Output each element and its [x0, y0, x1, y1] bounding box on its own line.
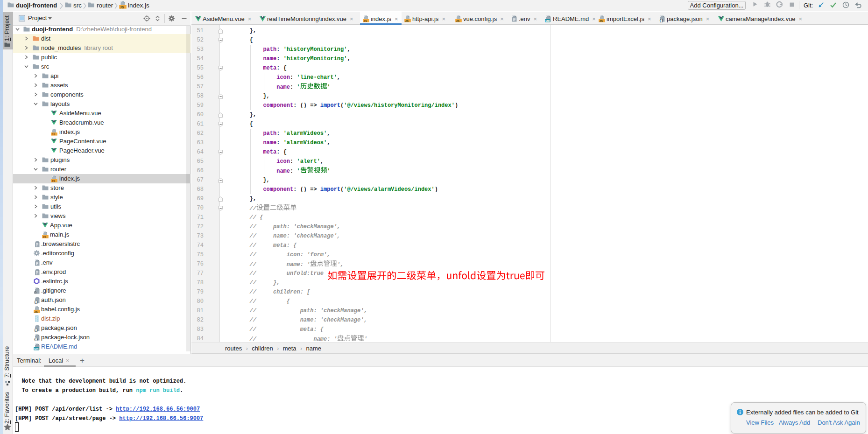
svg-text:JS: JS [35, 310, 38, 313]
svg-text:JS: JS [52, 133, 55, 136]
svg-text:JS: JS [405, 19, 409, 22]
svg-text:JS: JS [600, 19, 603, 22]
svg-text:JS: JS [43, 235, 46, 238]
svg-text:{}: {} [34, 328, 38, 332]
svg-text:JS: JS [456, 19, 459, 22]
svg-text:{}: {} [34, 337, 38, 341]
svg-text:MD: MD [545, 19, 550, 22]
svg-text:JS: JS [364, 19, 367, 22]
svg-text:MD: MD [34, 348, 39, 350]
svg-text:{}: {} [34, 300, 38, 304]
svg-text:JS: JS [120, 6, 124, 9]
svg-text:JS: JS [52, 179, 55, 182]
svg-text:{}: {} [659, 19, 663, 22]
